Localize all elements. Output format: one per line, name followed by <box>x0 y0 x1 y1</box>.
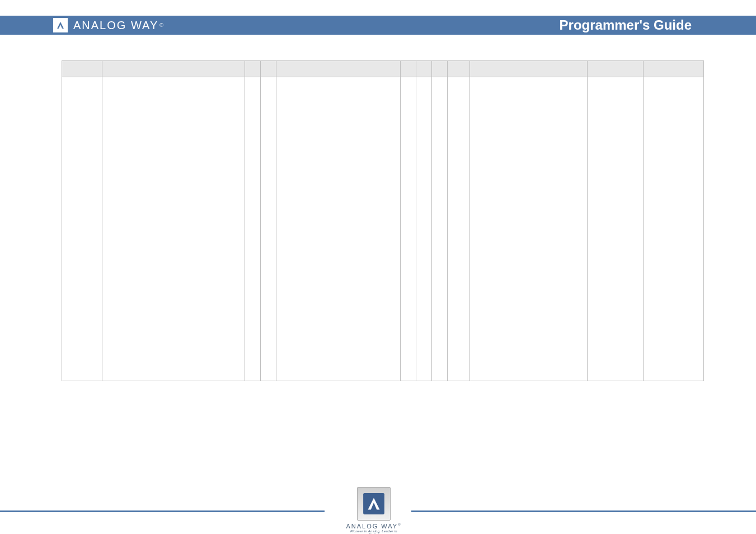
analog-way-cube-glyph-icon <box>362 492 386 516</box>
td-11 <box>588 77 644 381</box>
header-logo-block: ANALOG WAY® <box>53 18 165 32</box>
td-2 <box>102 77 245 381</box>
td-8 <box>432 77 448 381</box>
footer-brand-name: ANALOG WAY® <box>346 523 402 530</box>
td-9 <box>448 77 470 381</box>
command-table <box>62 60 704 381</box>
footer-rule-right <box>411 510 756 512</box>
footer-logo-icon <box>357 487 391 521</box>
td-5 <box>276 77 401 381</box>
td-4 <box>261 77 276 381</box>
table-row <box>62 77 704 381</box>
td-6 <box>401 77 416 381</box>
svg-marker-0 <box>57 22 64 29</box>
footer-logo-block: ANALOG WAY® Pioneer in Analog, Leader in… <box>346 487 402 534</box>
footer: ANALOG WAY® Pioneer in Analog, Leader in… <box>0 487 756 532</box>
brand-name-text: ANALOG WAY <box>73 19 158 32</box>
analog-way-glyph-icon <box>55 20 66 31</box>
footer-rule-left <box>0 510 325 512</box>
th-10 <box>470 61 588 77</box>
th-9 <box>448 61 470 77</box>
th-5 <box>276 61 401 77</box>
registered-mark: ® <box>159 22 165 28</box>
table-header-row <box>62 61 704 77</box>
footer-brand-text: ANALOG WAY <box>346 523 398 530</box>
table-header <box>62 61 704 77</box>
page-title: Programmer's Guide <box>560 16 692 35</box>
th-2 <box>102 61 245 77</box>
header-bar: ANALOG WAY® Programmer's Guide <box>0 16 756 35</box>
td-12 <box>644 77 704 381</box>
th-7 <box>416 61 432 77</box>
th-8 <box>432 61 448 77</box>
th-3 <box>245 61 261 77</box>
td-7 <box>416 77 432 381</box>
brand-logo-icon <box>53 18 68 32</box>
th-4 <box>261 61 276 77</box>
brand-name: ANALOG WAY® <box>73 19 165 32</box>
th-1 <box>62 61 102 77</box>
svg-rect-1 <box>363 493 384 514</box>
th-11 <box>588 61 644 77</box>
footer-tagline: Pioneer in Analog, Leader in Digital <box>346 530 402 534</box>
td-3 <box>245 77 261 381</box>
td-1 <box>62 77 102 381</box>
th-12 <box>644 61 704 77</box>
footer-registered-mark: ® <box>398 523 401 526</box>
table-body <box>62 77 704 381</box>
th-6 <box>401 61 416 77</box>
td-10 <box>470 77 588 381</box>
